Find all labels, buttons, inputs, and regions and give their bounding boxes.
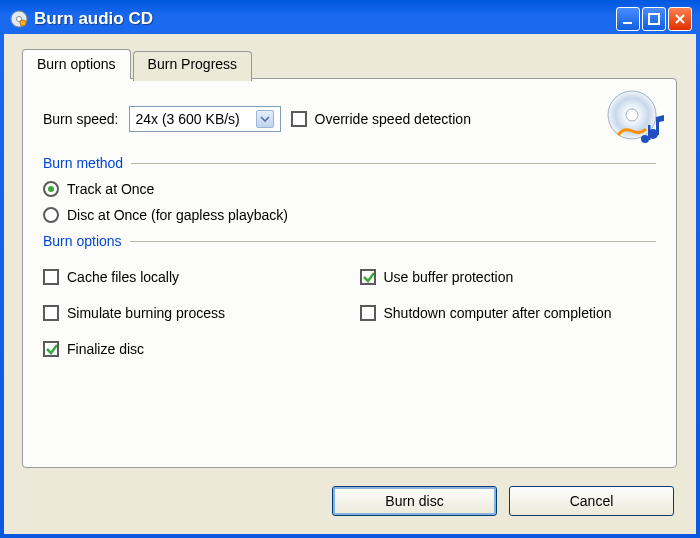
svg-rect-3 [623,22,632,24]
override-speed-label: Override speed detection [315,111,471,127]
tab-burn-progress[interactable]: Burn Progress [133,51,252,81]
radio-label: Disc at Once (for gapless playback) [67,207,288,223]
checkbox-label: Cache files locally [67,269,179,285]
close-button[interactable] [668,7,692,31]
checkbox-finalize-disc[interactable]: Finalize disc [43,341,340,357]
radio-label: Track at Once [67,181,154,197]
tab-panel-options: Burn speed: 24x (3 600 KB/s) Override sp… [22,78,677,468]
section-burn-method: Burn method [43,155,656,171]
svg-rect-4 [649,14,659,24]
checkbox-icon [43,341,59,357]
checkbox-label: Simulate burning process [67,305,225,321]
checkbox-cache-files[interactable]: Cache files locally [43,269,340,285]
checkbox-icon [43,269,59,285]
svg-rect-10 [648,125,651,140]
radio-icon [43,207,59,223]
tab-container: Burn options Burn Progress [22,48,678,468]
tab-burn-options[interactable]: Burn options [22,49,131,79]
burn-speed-select[interactable]: 24x (3 600 KB/s) [129,106,281,132]
radio-disc-at-once[interactable]: Disc at Once (for gapless playback) [43,207,656,223]
checkbox-buffer-protection[interactable]: Use buffer protection [360,269,657,285]
checkbox-icon [291,111,307,127]
burn-speed-value: 24x (3 600 KB/s) [136,111,240,127]
svg-point-2 [20,20,26,26]
maximize-button[interactable] [642,7,666,31]
override-speed-checkbox[interactable]: Override speed detection [291,111,471,127]
checkbox-simulate-burning[interactable]: Simulate burning process [43,305,340,321]
disc-music-icon [606,89,664,147]
checkbox-label: Use buffer protection [384,269,514,285]
minimize-button[interactable] [616,7,640,31]
checkbox-shutdown-after[interactable]: Shutdown computer after completion [360,305,657,321]
checkbox-icon [43,305,59,321]
window-frame: Burn audio CD Burn options Burn Progress [0,0,700,538]
burn-speed-label: Burn speed: [43,111,119,127]
window-controls [616,7,692,31]
svg-point-9 [641,135,649,143]
section-burn-options: Burn options [43,233,656,249]
radio-track-at-once[interactable]: Track at Once [43,181,656,197]
radio-icon [43,181,59,197]
client-area: Burn options Burn Progress [4,34,696,534]
burn-disc-button[interactable]: Burn disc [332,486,497,516]
checkbox-label: Shutdown computer after completion [384,305,612,321]
chevron-down-icon [256,110,274,128]
window-title: Burn audio CD [34,9,153,29]
checkbox-icon [360,305,376,321]
checkbox-icon [360,269,376,285]
app-icon [10,10,28,28]
cancel-button[interactable]: Cancel [509,486,674,516]
checkbox-label: Finalize disc [67,341,144,357]
svg-point-6 [626,109,638,121]
titlebar[interactable]: Burn audio CD [4,4,696,34]
